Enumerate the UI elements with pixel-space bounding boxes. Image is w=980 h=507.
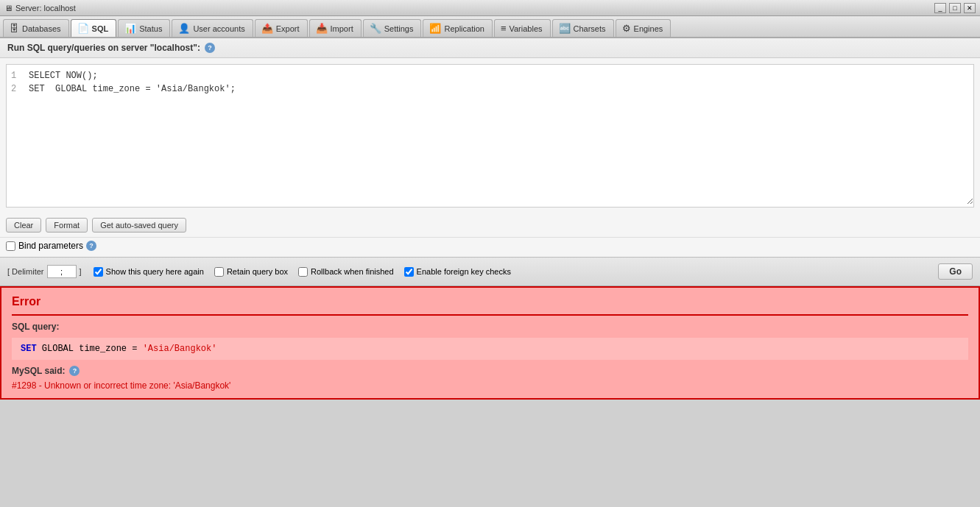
tab-databases[interactable]: 🗄 Databases	[3, 19, 69, 37]
variables-icon: ≡	[501, 23, 507, 34]
rollback-label: Rollback when finished	[311, 267, 394, 276]
help-icon[interactable]: ?	[205, 43, 215, 53]
mysql-said-help-icon[interactable]: ?	[69, 366, 80, 376]
import-icon: 📥	[316, 23, 328, 34]
delimiter-input[interactable]	[47, 265, 77, 278]
tab-replication-label: Replication	[444, 24, 484, 33]
window-icon: 🖥	[4, 4, 13, 13]
options-checkboxes: Show this query here again Retain query …	[94, 267, 939, 277]
close-button[interactable]: ✕	[964, 3, 976, 13]
error-sql-global-text: GLOBAL time_zone =	[42, 344, 143, 354]
delimiter-label-open: [ Delimiter	[7, 267, 44, 276]
tab-databases-label: Databases	[22, 24, 61, 33]
tab-user-accounts-label: User accounts	[193, 24, 244, 33]
tab-status-label: Status	[139, 24, 162, 33]
button-bar: Clear Format Get auto-saved query	[0, 213, 980, 238]
maximize-button[interactable]: □	[949, 3, 961, 13]
get-autosaved-button[interactable]: Get auto-saved query	[92, 218, 186, 233]
rollback-checkbox[interactable]	[298, 267, 308, 277]
title-bar-controls: _ □ ✕	[934, 3, 976, 13]
user-accounts-icon: 👤	[178, 23, 190, 34]
tab-sql[interactable]: 📄 SQL	[71, 19, 117, 37]
tab-export[interactable]: 📤 Export	[255, 19, 308, 37]
sql-icon: 📄	[77, 23, 89, 34]
tab-user-accounts[interactable]: 👤 User accounts	[172, 19, 253, 37]
show-query-label: Show this query here again	[106, 267, 204, 276]
sql-editor[interactable]: SELECT NOW(); SET GLOBAL time_zone = 'As…	[7, 65, 973, 205]
tab-charsets-label: Charsets	[574, 24, 606, 33]
minimize-button[interactable]: _	[934, 3, 946, 13]
window-title: Server: localhost	[15, 4, 76, 13]
bind-params-help-icon[interactable]: ?	[86, 241, 96, 251]
foreign-key-label: Enable foreign key checks	[417, 267, 511, 276]
subtitle-text: Run SQL query/queries on server "localho…	[7, 43, 200, 53]
bind-params-row: Bind parameters ?	[0, 238, 980, 257]
mysql-said-label: MySQL said:	[12, 366, 65, 376]
nav-bar: 🗄 Databases 📄 SQL 📊 Status 👤 User accoun…	[0, 16, 980, 38]
clear-button[interactable]: Clear	[6, 218, 41, 233]
tab-variables[interactable]: ≡ Variables	[494, 19, 551, 37]
format-button[interactable]: Format	[46, 218, 88, 233]
title-bar-left: 🖥 Server: localhost	[4, 4, 76, 13]
show-query-checkbox[interactable]	[94, 267, 103, 277]
title-bar: 🖥 Server: localhost _ □ ✕	[0, 0, 980, 16]
tab-engines[interactable]: ⚙ Engines	[616, 19, 671, 37]
tab-import-label: Import	[331, 24, 353, 33]
rollback-option[interactable]: Rollback when finished	[298, 267, 394, 277]
sql-query-label: SQL query:	[12, 322, 968, 332]
show-query-option[interactable]: Show this query here again	[94, 267, 204, 277]
tab-replication[interactable]: 📶 Replication	[423, 19, 492, 37]
tab-import[interactable]: 📥 Import	[309, 19, 362, 37]
go-button[interactable]: Go	[938, 263, 973, 280]
tab-engines-label: Engines	[634, 24, 663, 33]
error-message: MySQL said: ?	[12, 366, 968, 376]
status-icon: 📊	[124, 23, 136, 34]
error-sql-string-value: 'Asia/Bangkok'	[143, 344, 217, 354]
charsets-icon: 🔤	[559, 23, 571, 34]
subtitle-bar: Run SQL query/queries on server "localho…	[0, 38, 980, 58]
error-section: Error SQL query: SET GLOBAL time_zone = …	[0, 286, 980, 400]
export-icon: 📤	[261, 23, 273, 34]
replication-icon: 📶	[429, 23, 441, 34]
delimiter-group: [ Delimiter ]	[7, 265, 82, 278]
foreign-key-checkbox[interactable]	[404, 267, 414, 277]
retain-query-option[interactable]: Retain query box	[214, 267, 288, 277]
error-sql-set-keyword: SET	[21, 344, 37, 354]
engines-icon: ⚙	[622, 23, 631, 34]
settings-icon: 🔧	[370, 23, 381, 34]
delimiter-label-close: ]	[80, 267, 82, 276]
foreign-key-option[interactable]: Enable foreign key checks	[404, 267, 511, 277]
tab-charsets[interactable]: 🔤 Charsets	[552, 19, 614, 37]
bind-params-label: Bind parameters	[18, 241, 83, 251]
tab-sql-label: SQL	[92, 24, 109, 33]
retain-query-checkbox[interactable]	[214, 267, 224, 277]
tab-variables-label: Variables	[509, 24, 542, 33]
databases-icon: 🗄	[10, 23, 19, 34]
bind-params-checkbox[interactable]	[6, 241, 15, 251]
retain-query-label: Retain query box	[227, 267, 288, 276]
editor-container: SELECT NOW(); SET GLOBAL time_zone = 'As…	[0, 58, 980, 213]
tab-settings[interactable]: 🔧 Settings	[363, 19, 422, 37]
options-bar: [ Delimiter ] Show this query here again…	[0, 257, 980, 286]
error-sql-display: SET GLOBAL time_zone = 'Asia/Bangkok'	[12, 338, 968, 360]
tab-export-label: Export	[276, 24, 300, 33]
tab-status[interactable]: 📊 Status	[118, 19, 170, 37]
error-code-text: #1298 - Unknown or incorrect time zone: …	[12, 380, 230, 391]
error-title: Error	[12, 295, 968, 316]
tab-settings-label: Settings	[384, 24, 414, 33]
